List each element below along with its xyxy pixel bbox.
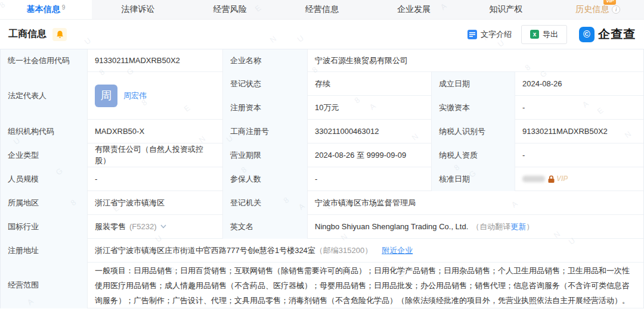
tab-legal-litigation[interactable]: 法律诉讼 <box>92 0 184 19</box>
vip-faint-text: VIP <box>556 174 568 184</box>
text-intro-label: 文字介绍 <box>481 29 512 40</box>
org-code-value: MADXRB50-X <box>88 120 223 143</box>
industry-code: (F5232) <box>129 221 157 233</box>
bell-icon <box>56 30 64 39</box>
subscribe-bell-button[interactable] <box>52 28 67 41</box>
company-name-label: 企业名称 <box>223 49 308 72</box>
section-header: 工商信息 文字介绍 x 导出 © 企查查 <box>0 20 644 49</box>
credit-code-value: 91330211MADXRB50X2 <box>88 49 223 72</box>
address-label: 注册地址 <box>1 239 88 263</box>
lock-icon <box>547 175 555 183</box>
table-subrow: 注册资本 10万元 实缴资本 - <box>223 96 643 120</box>
english-name-value: Ningbo Shiyuan Shenglang Trading Co., Lt… <box>308 215 643 239</box>
taxpayer-id-label: 纳税人识别号 <box>432 120 515 143</box>
reg-number-value: 330211000463012 <box>308 120 432 143</box>
reg-capital-label: 注册资本 <box>223 96 308 120</box>
tab-label: 经营信息 <box>305 4 339 15</box>
taxpayer-id-value: 91330211MADXRB50X2 <box>515 120 643 143</box>
excel-icon: x <box>530 30 539 39</box>
text-intro-button[interactable]: 文字介绍 <box>467 29 512 40</box>
english-name-text: Ningbo Shiyuan Shenglang Trading Co., Lt… <box>315 221 468 233</box>
taxpayer-quality-label: 纳税人资质 <box>432 143 515 167</box>
paid-capital-value: - <box>515 96 643 120</box>
credit-code-label: 统一社会信用代码 <box>1 49 88 72</box>
table-row: 统一社会信用代码 91330211MADXRB50X2 企业名称 宁波石源生狼贸… <box>1 49 643 72</box>
tab-label: 经营风险 <box>213 4 247 15</box>
tab-operation-risk[interactable]: 经营风险 <box>184 0 276 19</box>
tab-label: 企业发展 <box>397 4 431 15</box>
table-row: 国标行业 服装零售 (F5232) 英文名 Ningbo Shiyuan She… <box>1 215 643 239</box>
paid-capital-label: 实缴资本 <box>432 96 515 120</box>
tab-label: 知识产权 <box>490 4 523 15</box>
tab-basic-info[interactable]: 基本信息9 <box>0 0 92 19</box>
taxpayer-quality-value: - <box>515 143 643 167</box>
auto-translate-suffix: ） <box>526 221 534 233</box>
staff-size-value: - <box>88 167 223 191</box>
approval-date-value: VIP <box>515 167 643 191</box>
qichacha-logo-text: 企查查 <box>598 26 636 42</box>
export-button[interactable]: x 导出 <box>521 25 567 44</box>
reg-status-value: 存续 <box>308 72 432 96</box>
english-name-label: 英文名 <box>223 215 308 239</box>
address-text: 浙江省宁波市镇海区庄市街道中官西路777号创e慧谷1号楼324室 <box>95 245 315 257</box>
table-subrow: 登记状态 存续 成立日期 2024-08-26 <box>223 72 643 96</box>
establish-date-label: 成立日期 <box>432 72 515 96</box>
tab-count-badge: 9 <box>62 4 66 11</box>
table-row: 组织机构代码 MADXRB50-X 工商注册号 330211000463012 … <box>1 120 643 143</box>
qichacha-logo-icon: © <box>579 27 595 42</box>
industry-name: 服装零售 <box>95 221 126 233</box>
approval-date-label: 核准日期 <box>432 167 515 191</box>
auto-translate-refresh-link[interactable]: 更新 <box>510 221 526 233</box>
tab-history-info[interactable]: 历史信息 VIP i <box>552 0 644 19</box>
vip-badge: VIP <box>603 0 616 5</box>
area-value: 浙江省宁波市镇海区 <box>88 191 223 215</box>
table-row: 注册地址 浙江省宁波市镇海区庄市街道中官西路777号创e慧谷1号楼324室 （邮… <box>1 239 643 263</box>
tab-intellectual-property[interactable]: 知识产权 <box>460 0 552 19</box>
info-icon[interactable]: i <box>612 5 620 14</box>
table-row: 经营范围 一般项目：日用品销售；日用百货销售；互联网销售（除销售需要许可的商品）… <box>1 263 643 308</box>
blurred-date <box>522 176 545 182</box>
company-type-label: 企业类型 <box>1 143 88 167</box>
table-row: 人员规模 - 参保人数 - 核准日期 VIP <box>1 167 643 191</box>
company-name-value: 宁波石源生狼贸易有限公司 <box>308 49 643 72</box>
tab-enterprise-development[interactable]: 企业发展 <box>368 0 460 19</box>
auto-translate-prefix: （自动翻译 <box>472 221 510 233</box>
table-row: 法定代表人 周 周宏伟 登记状态 存续 成立日期 2024-08-26 注册资本… <box>1 72 643 120</box>
area-label: 所属地区 <box>1 191 88 215</box>
business-scope-value: 一般项目：日用品销售；日用百货销售；互联网销售（除销售需要许可的商品）；日用化学… <box>88 263 643 308</box>
tab-label: 基本信息 <box>27 4 60 15</box>
legal-rep-cell: 周 周宏伟 <box>88 72 223 120</box>
industry-label: 国标行业 <box>1 215 88 239</box>
address-value: 浙江省宁波市镇海区庄市街道中官西路777号创e慧谷1号楼324室 （邮编3152… <box>88 239 643 263</box>
establish-date-value: 2024-08-26 <box>515 72 643 96</box>
vip-locked-value[interactable]: VIP <box>522 174 568 184</box>
address-zip: （邮编315200） <box>315 245 372 257</box>
business-scope-label: 经营范围 <box>1 263 88 308</box>
export-label: 导出 <box>543 29 558 40</box>
staff-size-label: 人员规模 <box>1 167 88 191</box>
insured-count-value: - <box>308 167 432 191</box>
business-info-table: 统一社会信用代码 91330211MADXRB50X2 企业名称 宁波石源生狼贸… <box>0 49 644 308</box>
section-title: 工商信息 <box>8 28 47 40</box>
legal-rep-link[interactable]: 周宏伟 <box>123 90 147 102</box>
company-type-value: 有限责任公司（自然人投资或控股） <box>88 143 223 167</box>
table-row: 所属地区 浙江省宁波市镇海区 登记机关 宁波市镇海区市场监督管理局 <box>1 191 643 215</box>
tab-operation-info[interactable]: 经营信息 <box>276 0 368 19</box>
tab-label: 法律诉讼 <box>121 4 154 15</box>
reg-status-label: 登记状态 <box>223 72 308 96</box>
qichacha-logo: © 企查查 <box>579 26 636 42</box>
company-detail-tabbar: 基本信息9 法律诉讼 经营风险 经营信息 企业发展 知识产权 历史信息 VIP … <box>0 0 644 20</box>
nearby-companies-link[interactable]: 附近企业 <box>382 245 413 257</box>
reg-number-label: 工商注册号 <box>223 120 308 143</box>
insured-count-label: 参保人数 <box>223 167 308 191</box>
org-code-label: 组织机构代码 <box>1 120 88 143</box>
table-row: 企业类型 有限责任公司（自然人投资或控股） 营业期限 2024-08-26 至 … <box>1 143 643 167</box>
legal-rep-avatar[interactable]: 周 <box>95 85 117 107</box>
business-scope-text: 一般项目：日用品销售；日用百货销售；互联网销售（除销售需要许可的商品）；日用化学… <box>95 263 636 308</box>
reg-capital-value: 10万元 <box>308 96 432 120</box>
reg-authority-value: 宁波市镇海区市场监督管理局 <box>308 191 643 215</box>
tab-label: 历史信息 <box>575 4 609 14</box>
legal-rep-label: 法定代表人 <box>1 72 88 120</box>
chevron-down-icon[interactable] <box>160 222 166 232</box>
business-term-label: 营业期限 <box>223 143 308 167</box>
